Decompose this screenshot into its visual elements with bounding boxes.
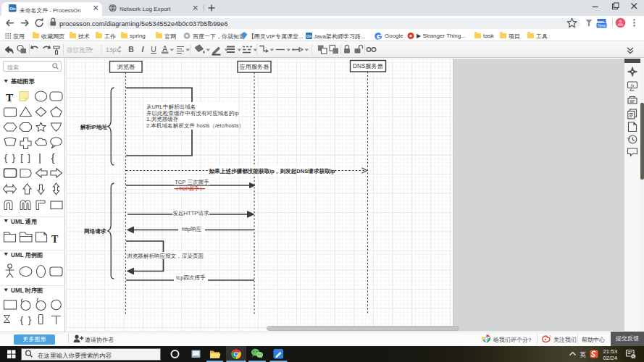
- svg-text:2.本机域名解析文件 hosts（/etc/hosts）: 2.本机域名解析文件 hosts（/etc/hosts）: [146, 122, 244, 129]
- svg-text:[: [: [20, 152, 23, 163]
- svg-text:T: T: [51, 234, 59, 245]
- svg-text:{: {: [4, 152, 8, 163]
- svg-text:On: On: [9, 6, 16, 11]
- svg-text:英: 英: [580, 351, 586, 358]
- svg-text:{: {: [51, 151, 54, 164]
- svg-text:}: }: [28, 314, 32, 325]
- svg-text:UML 通用: UML 通用: [11, 218, 37, 225]
- svg-text:On: On: [306, 34, 312, 38]
- svg-text:UML 用例图: UML 用例图: [11, 252, 43, 258]
- svg-text:UML 时序图: UML 时序图: [11, 287, 43, 294]
- svg-text:tcp四次挥手: tcp四次挥手: [176, 274, 206, 281]
- svg-text:发起HTTP请求: 发起HTTP请求: [172, 210, 209, 216]
- svg-text:浏览器解析响应报文，渲染页面: 浏览器解析响应报文，渲染页面: [127, 253, 204, 259]
- svg-text:21:53: 21:53: [603, 348, 617, 355]
- svg-text:New: New: [598, 23, 606, 28]
- svg-text:02/24: 02/24: [603, 355, 617, 361]
- svg-text:fx: fx: [631, 83, 635, 88]
- svg-text:并以此检查缓存中有没有对应域名的ip: 并以此检查缓存中有没有对应域名的ip: [146, 110, 238, 117]
- svg-text:http响应: http响应: [182, 226, 202, 232]
- svg-text:网络请求: 网络请求: [84, 228, 106, 235]
- svg-text:DNS服务器: DNS服务器: [353, 63, 383, 70]
- svg-text:微软雅黑: 微软雅黑: [67, 46, 92, 54]
- svg-text:从URL中解析出域名: 从URL中解析出域名: [146, 104, 196, 110]
- svg-text:T: T: [6, 92, 13, 104]
- svg-text:1.浏览器缓存: 1.浏览器缓存: [146, 116, 179, 122]
- svg-text:基础图形: 基础图形: [10, 78, 35, 85]
- svg-text:I: I: [142, 45, 145, 54]
- svg-text:如果上述步骤都没能获取ip，则发起DNS请求获取ip: 如果上述步骤都没能获取ip，则发起DNS请求获取ip: [209, 168, 335, 174]
- svg-text:解析IP地址: 解析IP地址: [80, 124, 108, 130]
- svg-text:U: U: [151, 45, 156, 54]
- svg-text:应用服务器: 应用服务器: [240, 64, 269, 70]
- svg-text:|: |: [38, 151, 41, 164]
- svg-text:13px: 13px: [106, 46, 120, 54]
- svg-text:B: B: [128, 45, 134, 54]
- svg-text:A: A: [162, 45, 167, 53]
- svg-text:浏览器: 浏览器: [117, 64, 135, 70]
- svg-text:]: ]: [28, 152, 30, 163]
- svg-text:TCP 三次握手: TCP 三次握手: [175, 179, 209, 185]
- svg-text:}: }: [12, 152, 16, 163]
- svg-text:{: {: [20, 314, 24, 325]
